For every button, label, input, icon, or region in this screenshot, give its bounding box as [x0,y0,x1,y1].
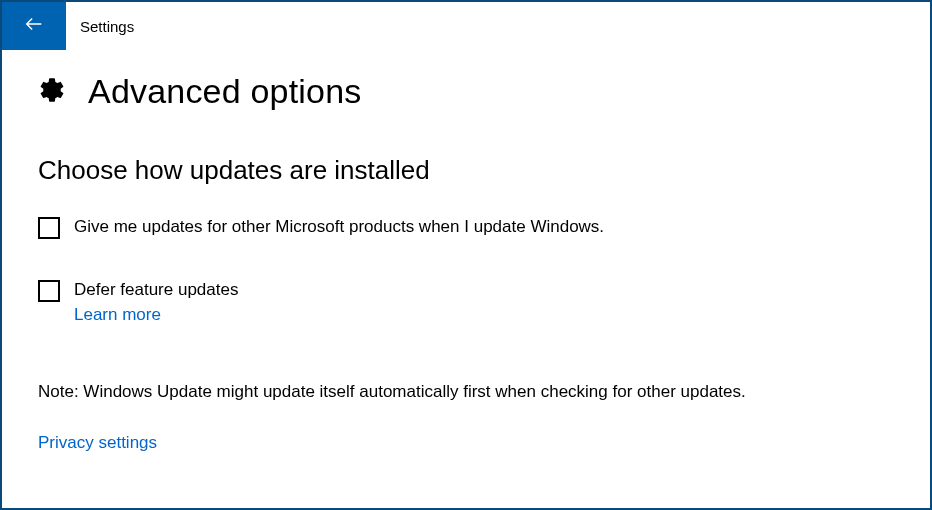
header-bar: Settings [2,2,930,50]
header-title: Settings [80,18,134,35]
checkbox-label-other-products: Give me updates for other Microsoft prod… [74,216,604,238]
back-button[interactable] [2,2,66,50]
note-text: Note: Windows Update might update itself… [38,381,894,403]
content-area: Advanced options Choose how updates are … [2,50,930,453]
checkbox-label-defer: Defer feature updates [74,279,238,301]
privacy-settings-link[interactable]: Privacy settings [38,433,157,452]
checkbox-content: Defer feature updates Learn more [74,279,238,325]
checkbox-other-products[interactable] [38,217,60,239]
learn-more-link[interactable]: Learn more [74,305,238,325]
option-defer: Defer feature updates Learn more [38,279,894,325]
page-title-row: Advanced options [38,72,894,111]
checkbox-content: Give me updates for other Microsoft prod… [74,216,604,238]
checkbox-defer[interactable] [38,280,60,302]
option-other-products: Give me updates for other Microsoft prod… [38,216,894,239]
page-title: Advanced options [88,72,362,111]
section-heading: Choose how updates are installed [38,155,894,186]
gear-icon [38,76,66,108]
arrow-left-icon [23,13,45,39]
